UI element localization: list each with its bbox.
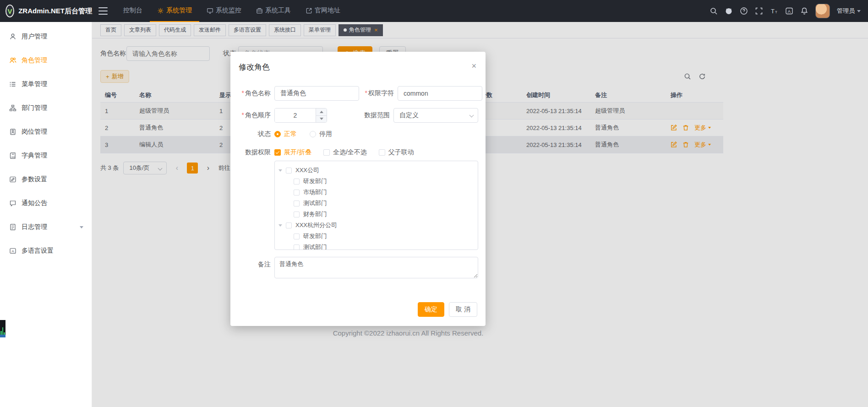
sidebar-item-label: 岗位管理	[22, 128, 47, 136]
tree-node-dept[interactable]: 测试部门	[278, 198, 478, 209]
checkbox-icon[interactable]	[286, 168, 292, 174]
nav-item-system-manage[interactable]: 系统管理	[150, 0, 199, 22]
expand-arrow-icon[interactable]	[278, 224, 282, 227]
tree-node-dept[interactable]: 研发部门	[278, 176, 478, 187]
user-avatar[interactable]	[815, 4, 830, 18]
checkbox-icon[interactable]	[294, 201, 300, 206]
bell-icon[interactable]	[800, 7, 808, 15]
tree-node-branch-company[interactable]: XXX杭州分公司	[278, 220, 478, 231]
svg-text:T: T	[775, 10, 777, 14]
checkbox-icon[interactable]	[294, 190, 300, 195]
remark-field-label: 备注	[238, 257, 271, 269]
sidebar-item-label: 通知公告	[22, 199, 47, 207]
tree-node-label: XXX公司	[295, 166, 319, 174]
checkbox-icon[interactable]	[294, 212, 300, 217]
sidebar-item-label: 日志管理	[22, 223, 47, 231]
tree-node-label: 市场部门	[303, 188, 327, 196]
dialog-header: 修改角色 ×	[230, 52, 486, 72]
nav-label: 系统监控	[216, 6, 241, 15]
expand-arrow-icon[interactable]	[278, 169, 282, 172]
confirm-button[interactable]: 确定	[418, 302, 444, 317]
users-icon	[9, 57, 16, 64]
radio-status-disabled[interactable]: 停用	[310, 130, 332, 138]
sidebar-item-dictionaries[interactable]: 字典管理	[0, 144, 92, 168]
data-scope-field-label: 数据范围	[360, 111, 390, 119]
cancel-button[interactable]: 取 消	[449, 302, 477, 317]
sidebar-item-languages[interactable]: A 多语言设置	[0, 239, 92, 263]
chat-bubble-icon	[9, 200, 16, 207]
external-link-icon	[306, 7, 312, 14]
cancel-button-label: 取 消	[456, 305, 470, 314]
sidebar-item-posts[interactable]: 岗位管理	[0, 120, 92, 144]
checkbox-expand-collapse[interactable]: 展开/折叠	[274, 148, 311, 157]
checkbox-label: 全选/全不选	[333, 148, 367, 157]
tree-node-dept[interactable]: 财务部门	[278, 209, 478, 220]
fullscreen-icon[interactable]	[755, 7, 763, 15]
data-scope-select[interactable]: 自定义	[393, 108, 478, 123]
checkbox-icon[interactable]	[294, 179, 300, 185]
dialog-perm-char-input[interactable]	[398, 86, 482, 101]
required-mark: *	[242, 89, 244, 97]
dialog-title: 修改角色	[239, 62, 270, 72]
nav-label: 系统工具	[265, 6, 291, 15]
nav-item-system-monitor[interactable]: 系统监控	[199, 0, 249, 22]
remark-textarea[interactable]: 普通角色	[274, 257, 478, 278]
edit-role-dialog: 修改角色 × *角色名称 *权限字符 *角色顺序 数据范围 自定义	[230, 52, 486, 326]
sidebar-item-parameters[interactable]: 参数设置	[0, 168, 92, 191]
tree-node-company[interactable]: XXX公司	[278, 165, 478, 176]
close-icon[interactable]: ×	[471, 62, 476, 72]
tree-node-dept[interactable]: 测试部门	[278, 242, 478, 250]
checkbox-parent-child-link[interactable]: 父子联动	[379, 148, 414, 157]
role-order-input[interactable]	[275, 109, 316, 122]
increment-button[interactable]	[316, 109, 327, 115]
sidebar-item-label: 字典管理	[22, 152, 47, 160]
radio-status-normal[interactable]: 正常	[274, 130, 297, 138]
sidebar-item-departments[interactable]: 部门管理	[0, 96, 92, 120]
sidebar-toggle-icon[interactable]	[98, 7, 108, 15]
performance-monitor-widget[interactable]	[0, 320, 5, 337]
sidebar-item-label: 部门管理	[22, 104, 47, 112]
checkbox-icon[interactable]	[294, 244, 300, 250]
chevron-down-icon	[469, 113, 474, 118]
nav-item-console[interactable]: 控制台	[116, 0, 150, 22]
sidebar-item-label: 参数设置	[22, 175, 47, 184]
radio-icon	[310, 131, 316, 137]
sidebar-item-logs[interactable]: 日志管理	[0, 215, 92, 239]
app-logo: V ZRAdmin.NET后台管理	[0, 0, 92, 22]
role-order-stepper	[274, 108, 327, 123]
toolbox-icon	[256, 7, 263, 14]
search-icon[interactable]	[710, 7, 718, 15]
sidebar-item-roles[interactable]: 角色管理	[0, 49, 92, 72]
sidebar-item-menus[interactable]: 菜单管理	[0, 72, 92, 96]
sidebar-item-notices[interactable]: 通知公告	[0, 191, 92, 215]
nav-item-system-tools[interactable]: 系统工具	[249, 0, 298, 22]
checkbox-icon[interactable]	[294, 233, 300, 239]
decrement-button[interactable]	[316, 115, 327, 123]
tree-node-dept[interactable]: 市场部门	[278, 187, 478, 198]
dialog-form: *角色名称 *权限字符 *角色顺序 数据范围 自定义	[230, 72, 486, 278]
role-order-field-label: *角色顺序	[238, 111, 271, 119]
svg-text:T: T	[771, 8, 775, 15]
sidebar: 用户管理 角色管理 菜单管理 部门管理 岗位管理 字典管理 参数设置 通知公告 …	[0, 22, 92, 407]
language-icon[interactable]: A	[785, 7, 793, 15]
font-size-icon[interactable]: TT	[770, 7, 778, 15]
checkbox-label: 展开/折叠	[284, 148, 311, 157]
nav-label: 官网地址	[315, 6, 340, 15]
github-icon[interactable]	[725, 7, 733, 15]
id-badge-icon	[9, 128, 16, 136]
sidebar-item-label: 多语言设置	[22, 247, 54, 255]
sidebar-item-users[interactable]: 用户管理	[0, 25, 92, 49]
book-icon	[9, 152, 16, 159]
required-mark: *	[242, 111, 244, 119]
nav-item-official-site[interactable]: 官网地址	[298, 0, 348, 22]
tree-node-label: 研发部门	[303, 177, 327, 185]
tree-node-label: 研发部门	[303, 232, 327, 240]
tree-node-dept[interactable]: 研发部门	[278, 231, 478, 242]
help-icon[interactable]	[740, 7, 748, 15]
dialog-role-name-input[interactable]	[274, 86, 359, 101]
user-menu[interactable]: 管理员	[837, 7, 861, 15]
checkbox-select-all[interactable]: 全选/全不选	[323, 148, 367, 157]
confirm-button-label: 确定	[425, 305, 437, 314]
checkbox-icon[interactable]	[286, 222, 292, 228]
edit-square-icon	[9, 176, 16, 183]
